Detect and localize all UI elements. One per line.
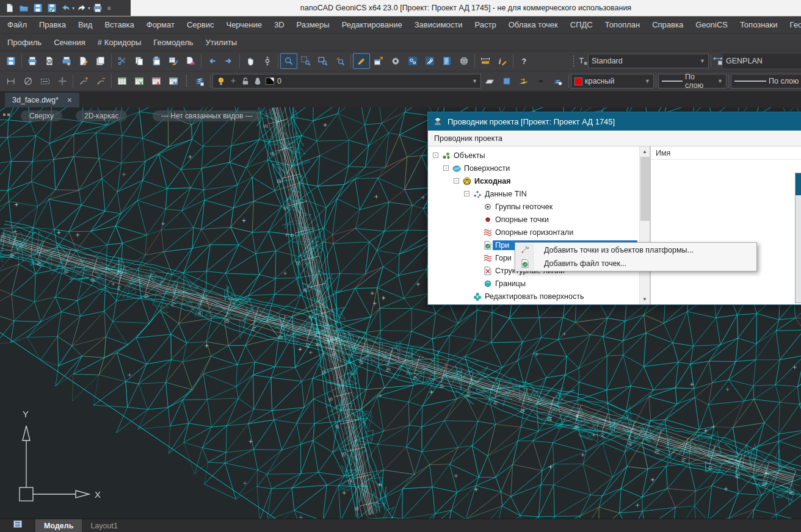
chevron-down-icon[interactable]: ▼ <box>696 58 705 64</box>
save-button[interactable] <box>2 53 20 69</box>
context-menu-item-1[interactable]: Добавить файл точек... <box>516 257 756 270</box>
dimension-frame-button[interactable] <box>37 73 54 89</box>
viewport-pill-1[interactable]: 2D-каркас <box>76 110 127 121</box>
help-button[interactable]: ? <box>515 53 532 69</box>
publish-sheets-button[interactable] <box>92 53 109 69</box>
tree-scrollbar[interactable]: ▲ ▼ <box>639 146 650 304</box>
tree-item-поверхности[interactable]: -Поверхности <box>428 162 650 174</box>
tree-item-границы[interactable]: Границы <box>428 277 650 290</box>
layer-previous-button[interactable] <box>515 73 532 89</box>
tree-collapse-icon[interactable]: - <box>454 178 459 184</box>
menu-item-профиль[interactable]: Профиль <box>1 34 48 51</box>
drawing-viewport[interactable]: Сверху2D-каркас--- Нет связанных видов -… <box>0 107 801 519</box>
project-explorer-menu[interactable]: Проводник проекта <box>428 131 801 146</box>
layout-tab-layout1[interactable]: Layout1 <box>82 519 126 532</box>
properties-palette-button[interactable] <box>438 53 455 69</box>
viewport-pill-2[interactable]: --- Нет связанных видов --- <box>153 110 261 121</box>
menu-item-файл[interactable]: Файл <box>1 16 33 33</box>
viewport-control-dots[interactable] <box>3 113 10 116</box>
tree-item-объекты[interactable]: -Объекты <box>428 149 650 162</box>
color-combo[interactable]: красный▼ <box>571 74 654 88</box>
annotate-button[interactable]: i <box>494 53 511 69</box>
menu-item-справка[interactable]: Справка <box>646 16 689 33</box>
menu-item-зависимости[interactable]: Зависимости <box>408 16 469 33</box>
tree-item-исходная[interactable]: -Исходная <box>428 174 650 187</box>
app-settings-button[interactable] <box>404 53 421 69</box>
options-button[interactable] <box>387 53 404 69</box>
menu-item-спдс[interactable]: СПДС <box>564 16 599 33</box>
layout-tab-модель[interactable]: Модель <box>35 519 82 532</box>
paste-button[interactable] <box>148 53 165 69</box>
dimension-linear-button[interactable] <box>2 73 20 89</box>
zoom-window-button[interactable] <box>297 53 314 69</box>
menu-item-редактирование[interactable]: Редактирование <box>336 16 408 33</box>
match-properties-button[interactable] <box>165 53 182 69</box>
context-menu-item-0[interactable]: Добавить точки из объектов платформы... <box>516 243 756 257</box>
table-notes-button[interactable]: N <box>165 73 182 89</box>
page-setup-button[interactable] <box>75 53 92 69</box>
layer-states-button[interactable] <box>532 73 549 89</box>
toolbar-grip[interactable] <box>185 75 188 87</box>
layer-match-button[interactable] <box>498 73 515 89</box>
zoom-object-button[interactable] <box>314 53 332 69</box>
tree-collapse-icon[interactable]: - <box>443 165 449 171</box>
print-button[interactable] <box>91 1 104 15</box>
axes-mark-button[interactable] <box>54 73 71 89</box>
new-viewport-button[interactable] <box>370 53 387 69</box>
forward-button[interactable] <box>220 53 237 69</box>
table-excel-button[interactable]: X <box>131 73 148 89</box>
tree-item-опорные-горизонтали[interactable]: Опорные горизонтали <box>428 226 650 239</box>
menu-item--коридоры[interactable]: # Коридоры <box>92 34 148 51</box>
table-word-button[interactable]: A <box>148 73 165 89</box>
tree-item-опорные-точки[interactable]: Опорные точки <box>428 213 650 226</box>
utilities-button[interactable] <box>421 53 438 69</box>
new-file-button[interactable] <box>3 1 16 15</box>
leader-remove-button[interactable] <box>92 73 109 89</box>
table-insert-button[interactable] <box>114 73 131 89</box>
dim-style-combo[interactable]: GENPLAN <box>723 54 801 68</box>
dimension-diameter-button[interactable] <box>20 73 37 89</box>
menu-item-формат[interactable]: Формат <box>140 16 181 33</box>
undo-dropdown-icon[interactable]: ▾ <box>72 5 74 11</box>
menu-item-правка[interactable]: Правка <box>33 16 72 33</box>
redo-dropdown-icon[interactable]: ▾ <box>88 5 90 11</box>
menu-item-геомодель[interactable]: Геомодель <box>147 34 199 51</box>
tree-item-группы-геоточек[interactable]: Группы геоточек <box>428 200 650 213</box>
zoom-realtime-button[interactable] <box>280 53 297 69</box>
render-button[interactable] <box>455 53 473 69</box>
menu-item-3d[interactable]: 3D <box>268 16 291 33</box>
menu-item-вставка[interactable]: Вставка <box>98 16 140 33</box>
menu-item-облака-точек[interactable]: Облака точек <box>502 16 564 33</box>
chevron-down-icon[interactable]: ▼ <box>641 78 650 84</box>
layout-menu-icon[interactable] <box>9 519 27 529</box>
collapsed-panel-tab[interactable] <box>795 173 801 303</box>
draw-edit-button[interactable] <box>353 53 370 69</box>
zoom-previous-button[interactable] <box>332 53 349 69</box>
plot-settings-button[interactable] <box>58 53 75 69</box>
tree-item-данные-tin[interactable]: -Данные TIN <box>428 187 650 200</box>
save-as-button[interactable] <box>45 1 59 15</box>
print-preview-button[interactable]: A <box>41 53 58 69</box>
purge-button[interactable] <box>182 53 199 69</box>
toolbar-grip[interactable] <box>572 55 575 67</box>
layer-make-current-button[interactable] <box>481 73 498 89</box>
menu-item-топознаки[interactable]: Топознаки <box>734 16 784 33</box>
menu-item-утилиты[interactable]: Утилиты <box>200 34 244 51</box>
tree-collapse-icon[interactable]: - <box>433 153 438 158</box>
document-tab[interactable]: 3d_face.dwg* × <box>5 93 79 107</box>
list-column-header[interactable]: Имя <box>651 146 801 160</box>
back-button[interactable] <box>203 53 220 69</box>
scroll-up-icon[interactable]: ▲ <box>640 146 650 157</box>
project-explorer-titlebar[interactable]: Проводник проекта [Проект: Проект АД 174… <box>428 112 801 131</box>
print-button[interactable] <box>24 53 41 69</box>
undo-button[interactable] <box>59 1 73 15</box>
lineweight-combo[interactable]: По слою▼ <box>731 74 801 88</box>
layers-manager-button[interactable] <box>191 73 208 89</box>
chevron-down-icon[interactable]: ▼ <box>468 78 477 84</box>
cut-button[interactable] <box>114 53 131 69</box>
scroll-thumb[interactable] <box>640 157 650 221</box>
text-style-combo[interactable]: Standard▼ <box>588 54 709 68</box>
pan-button[interactable] <box>242 53 259 69</box>
copy-button[interactable] <box>131 53 148 69</box>
tree-collapse-icon[interactable]: - <box>464 191 469 196</box>
